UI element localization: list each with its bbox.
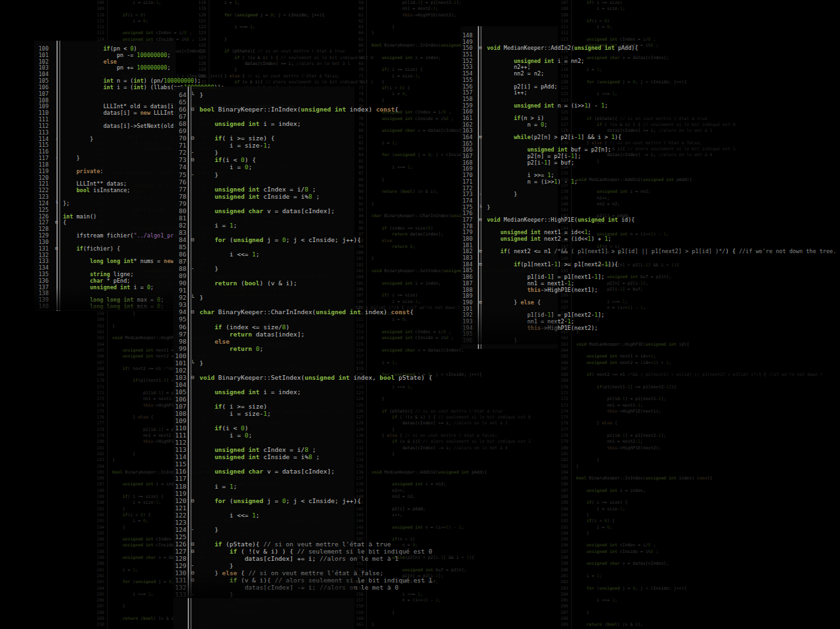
- line-number: 109: [95, 6, 106, 12]
- line-number: 208: [559, 616, 570, 622]
- code-text: if (index <= size/8): [200, 323, 289, 331]
- code-text: unsigned int next2 = (id<<1) + 1;: [487, 236, 611, 243]
- line-number: 68: [173, 120, 190, 127]
- fold-icon: -: [190, 562, 200, 569]
- code-text: i = 0;: [371, 91, 408, 97]
- code-text: unsigned int cInside = i%8 ;: [371, 116, 453, 122]
- line-number: 194: [559, 531, 570, 537]
- code-text: bool isInstance;: [63, 188, 130, 194]
- line-number: 179: [559, 439, 570, 445]
- code-line: 190 i = size-1;: [559, 506, 822, 512]
- code-line: 196 }: [461, 338, 558, 344]
- line-number: 63: [354, 24, 365, 30]
- code-text: unsigned int i = index;: [200, 120, 301, 127]
- code-line: 137 unsigned int i = 0;: [34, 285, 176, 291]
- code-text: }: [200, 149, 219, 156]
- code-line: 130⊟ } else { // si on veut mettre l'éta…: [173, 569, 354, 577]
- line-number: 128: [354, 420, 365, 426]
- line-number: 93: [354, 207, 365, 213]
- code-line: 188: [559, 494, 822, 500]
- code-text: this->HighP1E(next2);: [487, 325, 598, 332]
- code-text: unsigned int n = (i>>1) - 1;: [371, 525, 464, 531]
- line-number: 176: [95, 415, 106, 420]
- code-text: }: [487, 205, 490, 211]
- code-line: 68 unsigned int i = index;: [173, 120, 354, 127]
- line-number: 122: [197, 24, 207, 30]
- code-line: 89: [173, 272, 354, 279]
- fold-icon: ⊟: [54, 220, 63, 226]
- code-text: if (v & i){ // alors seulement si le bit…: [371, 439, 531, 445]
- line-number: 74: [173, 163, 190, 171]
- code-text: }: [214, 67, 237, 73]
- code-text: }: [487, 192, 517, 198]
- line-number: 124: [173, 526, 190, 533]
- code-line: 99 return 0;: [173, 345, 354, 352]
- fold-icon: ⊟: [190, 156, 200, 163]
- line-number: 130: [173, 569, 190, 577]
- fold-icon: -: [190, 171, 200, 178]
- code-line: 154 p2[i-1] = buf;: [559, 287, 822, 293]
- line-number: 101: [173, 359, 190, 367]
- code-text: }: [576, 531, 589, 537]
- code-line: 123: [34, 194, 176, 201]
- code-text: unsigned int cIndex = i/8 ;: [576, 37, 656, 43]
- line-number: 81: [173, 214, 190, 222]
- code-text: nn1 = next1-1;: [112, 396, 179, 402]
- line-number: 94: [354, 213, 365, 219]
- line-number: 156: [559, 299, 570, 305]
- code-text: unsigned int cIndex = i/8 ;: [200, 446, 316, 453]
- code-text: unsigned int buf = p2[n];: [371, 567, 467, 573]
- code-text: unsigned int i = index;: [576, 488, 646, 494]
- code-text: }: [200, 265, 219, 272]
- code-line: 103⊟void BinaryKeeper::SetIndex(unsigned…: [173, 374, 354, 381]
- code-text: n = 0;: [487, 122, 547, 129]
- code-text: i = 0;: [112, 518, 148, 524]
- code-text: }: [63, 155, 80, 162]
- line-number: 198: [559, 555, 570, 561]
- code-text: return (bool) (v & i);: [112, 616, 179, 622]
- code-line: 201 i = 1;: [559, 573, 822, 579]
- code-line: 188 this->HighP1E(next1);: [461, 287, 558, 294]
- code-text: i = size-1;: [576, 6, 625, 12]
- line-number: 83: [354, 146, 365, 152]
- code-line: 113 unsigned int cIndex = i/8 ;: [173, 446, 354, 453]
- line-number: 174: [559, 409, 570, 415]
- code-line: 182⊟ if( next2 <= n1 /*&& ( p1[next1] > …: [461, 249, 558, 255]
- fold-icon: ⊟: [190, 548, 200, 555]
- code-line: 75- }: [173, 171, 354, 178]
- code-text: }: [112, 525, 125, 531]
- line-number: 121: [559, 85, 570, 91]
- line-number: 113: [173, 446, 190, 453]
- code-text: }: [576, 512, 589, 518]
- code-text: if( next2 <= n1 /*&& ( p1[next1] > p1[id…: [487, 249, 836, 255]
- code-text: if(i < 0) {: [576, 518, 615, 524]
- line-number: 202: [95, 573, 106, 579]
- line-number: 142: [354, 506, 365, 512]
- code-line: 184: [559, 470, 822, 476]
- code-text: unsigned int cInside = i%8 ;: [200, 193, 320, 200]
- code-text: }: [200, 591, 233, 598]
- line-number: 98: [173, 338, 190, 345]
- line-number: 164: [95, 342, 106, 348]
- code-line: 132 datas[cIndex] -= i; //alors on le me…: [173, 584, 354, 591]
- code-panel-right: 148149150⊟void MedianKeeper::AddIn2(unsi…: [461, 26, 558, 349]
- line-number: 141: [559, 207, 570, 213]
- line-number: 198: [95, 549, 106, 555]
- code-line: 109: [173, 417, 354, 424]
- line-number: 87: [354, 171, 365, 176]
- code-line: 96 if (index <= size/8): [173, 323, 354, 331]
- code-line: 154 nn2 = n2;: [461, 71, 558, 77]
- code-text: this->HighP1E(next1);: [576, 409, 661, 415]
- code-text: n = (i>>1) - 1;: [371, 598, 441, 603]
- line-number: 195: [95, 531, 106, 537]
- code-text: unsigned char v = datas[cIndex];: [371, 348, 464, 354]
- code-line: 129 ifstream fichier("../algo1_program: [34, 233, 176, 239]
- line-number: 79: [354, 122, 365, 128]
- code-line: 126 if (pState){ // si on veut mettre l'…: [559, 116, 822, 122]
- line-number: 173: [559, 403, 570, 409]
- code-text: unsigned int i = index;: [371, 281, 441, 287]
- line-number: 59: [354, 0, 365, 6]
- line-number: 175: [559, 415, 570, 420]
- line-number: 171: [95, 384, 106, 390]
- code-text: if( i >= size): [576, 0, 622, 6]
